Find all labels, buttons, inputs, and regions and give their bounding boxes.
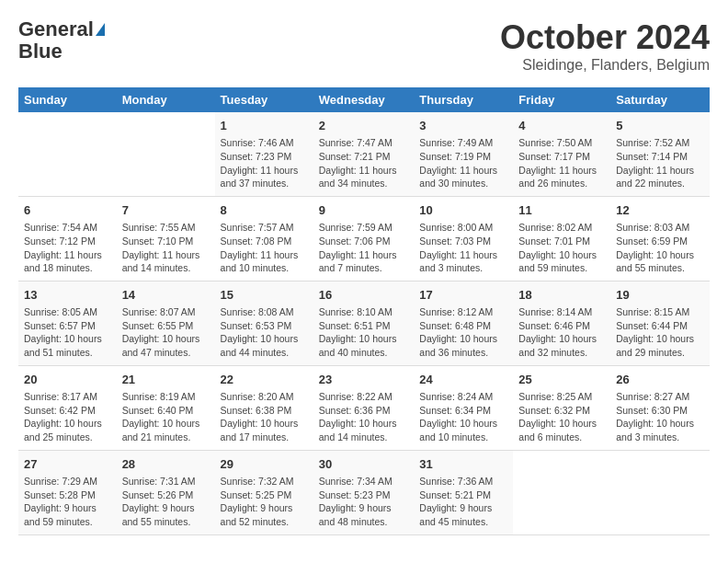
calendar-cell: 1Sunrise: 7:46 AM Sunset: 7:23 PM Daylig… — [215, 112, 313, 196]
day-info: Sunrise: 8:10 AM Sunset: 6:51 PM Dayligh… — [319, 305, 409, 360]
day-number: 27 — [24, 456, 111, 473]
calendar-week-row: 27Sunrise: 7:29 AM Sunset: 5:28 PM Dayli… — [18, 450, 710, 534]
day-info: Sunrise: 8:17 AM Sunset: 6:42 PM Dayligh… — [24, 390, 111, 444]
day-info: Sunrise: 8:24 AM Sunset: 6:34 PM Dayligh… — [419, 390, 507, 444]
day-number: 7 — [122, 202, 210, 219]
day-info: Sunrise: 7:34 AM Sunset: 5:23 PM Dayligh… — [319, 475, 409, 529]
calendar-cell: 11Sunrise: 8:02 AM Sunset: 7:01 PM Dayli… — [513, 196, 610, 281]
calendar-cell: 4Sunrise: 7:50 AM Sunset: 7:17 PM Daylig… — [513, 112, 610, 196]
calendar-cell: 14Sunrise: 8:07 AM Sunset: 6:55 PM Dayli… — [117, 281, 215, 365]
day-info: Sunrise: 8:03 AM Sunset: 6:59 PM Dayligh… — [616, 221, 704, 275]
calendar-cell: 29Sunrise: 7:32 AM Sunset: 5:25 PM Dayli… — [215, 450, 313, 534]
weekday-header-monday: Monday — [117, 87, 215, 112]
day-number: 11 — [518, 202, 605, 219]
calendar-cell: 23Sunrise: 8:22 AM Sunset: 6:36 PM Dayli… — [313, 365, 415, 450]
calendar-cell: 30Sunrise: 7:34 AM Sunset: 5:23 PM Dayli… — [313, 450, 415, 534]
calendar-cell: 8Sunrise: 7:57 AM Sunset: 7:08 PM Daylig… — [215, 196, 313, 281]
day-info: Sunrise: 8:22 AM Sunset: 6:36 PM Dayligh… — [319, 390, 409, 444]
calendar-cell: 21Sunrise: 8:19 AM Sunset: 6:40 PM Dayli… — [117, 365, 215, 450]
day-info: Sunrise: 7:47 AM Sunset: 7:21 PM Dayligh… — [319, 136, 409, 190]
day-number: 15 — [221, 287, 308, 304]
day-info: Sunrise: 8:25 AM Sunset: 6:32 PM Dayligh… — [518, 390, 605, 444]
weekday-header-saturday: Saturday — [610, 87, 710, 112]
day-info: Sunrise: 8:15 AM Sunset: 6:44 PM Dayligh… — [616, 305, 704, 360]
day-info: Sunrise: 8:14 AM Sunset: 6:46 PM Dayligh… — [518, 305, 605, 360]
day-info: Sunrise: 8:00 AM Sunset: 7:03 PM Dayligh… — [419, 221, 507, 275]
day-info: Sunrise: 8:19 AM Sunset: 6:40 PM Dayligh… — [122, 390, 210, 444]
day-info: Sunrise: 7:54 AM Sunset: 7:12 PM Dayligh… — [24, 221, 111, 275]
day-info: Sunrise: 8:08 AM Sunset: 6:53 PM Dayligh… — [221, 305, 308, 360]
calendar-cell: 24Sunrise: 8:24 AM Sunset: 6:34 PM Dayli… — [414, 365, 513, 450]
logo-arrow-icon — [96, 23, 105, 36]
day-info: Sunrise: 7:36 AM Sunset: 5:21 PM Dayligh… — [419, 475, 507, 529]
day-info: Sunrise: 8:02 AM Sunset: 7:01 PM Dayligh… — [518, 221, 605, 275]
day-number: 25 — [518, 372, 605, 388]
day-info: Sunrise: 8:07 AM Sunset: 6:55 PM Dayligh… — [122, 305, 210, 360]
day-number: 16 — [319, 287, 409, 304]
weekday-header-sunday: Sunday — [18, 87, 117, 112]
calendar-week-row: 1Sunrise: 7:46 AM Sunset: 7:23 PM Daylig… — [18, 112, 710, 196]
title-area: October 2024 Sleidinge, Flanders, Belgiu… — [500, 18, 710, 74]
weekday-header-wednesday: Wednesday — [313, 87, 415, 112]
calendar-week-row: 20Sunrise: 8:17 AM Sunset: 6:42 PM Dayli… — [18, 365, 710, 450]
month-title: October 2024 — [500, 18, 710, 57]
calendar-cell: 13Sunrise: 8:05 AM Sunset: 6:57 PM Dayli… — [18, 281, 117, 365]
day-number: 26 — [616, 372, 704, 388]
calendar-cell: 18Sunrise: 8:14 AM Sunset: 6:46 PM Dayli… — [513, 281, 610, 365]
day-number: 22 — [221, 372, 308, 388]
calendar-cell — [610, 450, 710, 534]
day-number: 29 — [221, 456, 308, 473]
day-number: 19 — [616, 287, 704, 304]
day-info: Sunrise: 7:50 AM Sunset: 7:17 PM Dayligh… — [518, 136, 605, 190]
calendar-cell: 16Sunrise: 8:10 AM Sunset: 6:51 PM Dayli… — [313, 281, 415, 365]
day-number: 2 — [319, 118, 409, 134]
day-number: 31 — [419, 456, 507, 473]
calendar-cell: 19Sunrise: 8:15 AM Sunset: 6:44 PM Dayli… — [610, 281, 710, 365]
day-info: Sunrise: 7:57 AM Sunset: 7:08 PM Dayligh… — [221, 221, 308, 275]
day-info: Sunrise: 8:20 AM Sunset: 6:38 PM Dayligh… — [221, 390, 308, 444]
day-number: 3 — [419, 118, 507, 134]
weekday-header-tuesday: Tuesday — [215, 87, 313, 112]
calendar-cell: 10Sunrise: 8:00 AM Sunset: 7:03 PM Dayli… — [414, 196, 513, 281]
day-number: 12 — [616, 202, 704, 219]
calendar-table: SundayMondayTuesdayWednesdayThursdayFrid… — [18, 87, 710, 535]
calendar-cell — [117, 112, 215, 196]
day-number: 21 — [122, 372, 210, 388]
calendar-cell: 28Sunrise: 7:31 AM Sunset: 5:26 PM Dayli… — [117, 450, 215, 534]
day-info: Sunrise: 8:05 AM Sunset: 6:57 PM Dayligh… — [24, 305, 111, 360]
day-info: Sunrise: 7:32 AM Sunset: 5:25 PM Dayligh… — [221, 475, 308, 529]
day-info: Sunrise: 7:29 AM Sunset: 5:28 PM Dayligh… — [24, 475, 111, 529]
logo-text-general: General — [18, 18, 94, 40]
calendar-cell: 6Sunrise: 7:54 AM Sunset: 7:12 PM Daylig… — [18, 196, 117, 281]
weekday-header-friday: Friday — [513, 87, 610, 112]
day-info: Sunrise: 7:52 AM Sunset: 7:14 PM Dayligh… — [616, 136, 704, 190]
day-number: 5 — [616, 118, 704, 134]
day-number: 20 — [24, 372, 111, 388]
day-info: Sunrise: 7:59 AM Sunset: 7:06 PM Dayligh… — [319, 221, 409, 275]
day-info: Sunrise: 7:55 AM Sunset: 7:10 PM Dayligh… — [122, 221, 210, 275]
day-info: Sunrise: 7:46 AM Sunset: 7:23 PM Dayligh… — [221, 136, 308, 190]
day-number: 24 — [419, 372, 507, 388]
day-info: Sunrise: 7:49 AM Sunset: 7:19 PM Dayligh… — [419, 136, 507, 190]
weekday-header-thursday: Thursday — [414, 87, 513, 112]
day-number: 28 — [122, 456, 210, 473]
calendar-cell: 9Sunrise: 7:59 AM Sunset: 7:06 PM Daylig… — [313, 196, 415, 281]
calendar-cell: 22Sunrise: 8:20 AM Sunset: 6:38 PM Dayli… — [215, 365, 313, 450]
logo-text-blue: Blue — [18, 40, 63, 63]
day-number: 14 — [122, 287, 210, 304]
day-number: 6 — [24, 202, 111, 219]
calendar-cell: 17Sunrise: 8:12 AM Sunset: 6:48 PM Dayli… — [414, 281, 513, 365]
page-header: General Blue October 2024 Sleidinge, Fla… — [18, 18, 710, 74]
calendar-cell — [18, 112, 117, 196]
calendar-cell: 26Sunrise: 8:27 AM Sunset: 6:30 PM Dayli… — [610, 365, 710, 450]
calendar-header-row: SundayMondayTuesdayWednesdayThursdayFrid… — [18, 87, 710, 112]
day-number: 18 — [518, 287, 605, 304]
calendar-cell: 5Sunrise: 7:52 AM Sunset: 7:14 PM Daylig… — [610, 112, 710, 196]
calendar-cell: 15Sunrise: 8:08 AM Sunset: 6:53 PM Dayli… — [215, 281, 313, 365]
calendar-cell: 7Sunrise: 7:55 AM Sunset: 7:10 PM Daylig… — [117, 196, 215, 281]
logo: General Blue — [18, 18, 105, 63]
day-number: 30 — [319, 456, 409, 473]
day-info: Sunrise: 8:12 AM Sunset: 6:48 PM Dayligh… — [419, 305, 507, 360]
day-number: 10 — [419, 202, 507, 219]
calendar-cell: 12Sunrise: 8:03 AM Sunset: 6:59 PM Dayli… — [610, 196, 710, 281]
